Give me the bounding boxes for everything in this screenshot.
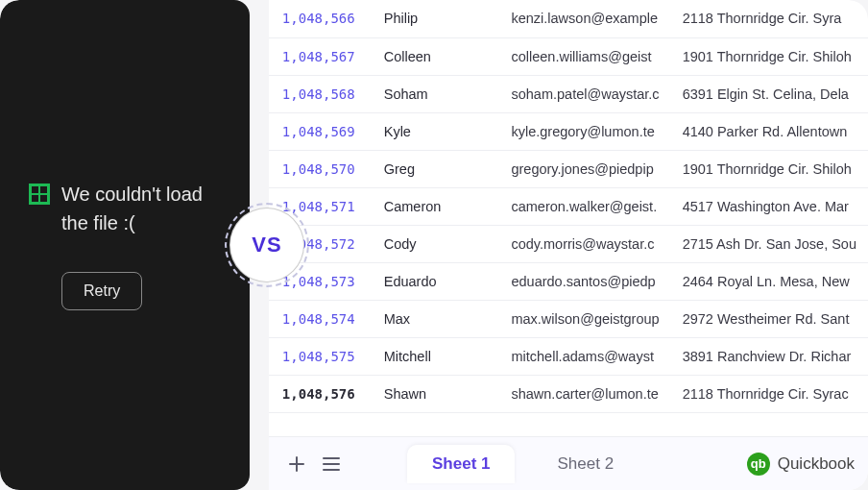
- table-row[interactable]: 1,048,572Codycody.morris@waystar.c2715 A…: [269, 225, 868, 262]
- cell-address: 1901 Thornridge Cir. Shiloh: [671, 37, 868, 75]
- add-sheet-button[interactable]: [282, 450, 311, 478]
- cell-email: shawn.carter@lumon.te: [499, 375, 670, 412]
- cell-email: eduardo.santos@piedp: [499, 262, 670, 300]
- cell-email: cameron.walker@geist.: [499, 187, 670, 225]
- table-row[interactable]: 1,048,566Philipkenzi.lawson@example2118 …: [269, 0, 868, 37]
- table-row[interactable]: 1,048,568Sohamsoham.patel@waystar.c6391 …: [269, 75, 868, 112]
- sheet-tabbar: Sheet 1 Sheet 2 qb Quickbook: [269, 436, 868, 490]
- cell-name: Colleen: [373, 37, 500, 75]
- cell-id: 1,048,567: [269, 37, 373, 75]
- vs-badge: VS: [232, 210, 301, 280]
- cell-email: max.wilson@geistgroup: [499, 300, 670, 337]
- error-message: We couldn't load the file :(: [61, 180, 221, 237]
- tab-sheet-1[interactable]: Sheet 1: [407, 445, 515, 483]
- cell-email: kyle.gregory@lumon.te: [499, 112, 670, 150]
- sheet-menu-button[interactable]: [317, 450, 346, 478]
- cell-id: 1,048,570: [269, 150, 373, 187]
- plus-icon: [288, 455, 305, 473]
- cell-name: Philip: [373, 0, 500, 37]
- cell-address: 2118 Thornridge Cir. Syrac: [671, 375, 868, 412]
- cell-address: 6391 Elgin St. Celina, Dela: [671, 75, 868, 112]
- cell-address: 2464 Royal Ln. Mesa, New: [671, 262, 868, 300]
- table-row[interactable]: 1,048,574Maxmax.wilson@geistgroup2972 We…: [269, 300, 868, 337]
- cell-name: Shawn: [373, 375, 500, 412]
- cell-name: Eduardo: [373, 262, 500, 300]
- spreadsheet-icon: [29, 184, 50, 205]
- cell-name: Max: [373, 300, 500, 337]
- cell-name: Mitchell: [373, 337, 500, 375]
- cell-name: Kyle: [373, 112, 500, 150]
- table-row[interactable]: 1,048,575Mitchellmitchell.adams@wayst389…: [269, 337, 868, 375]
- cell-address: 3891 Ranchview Dr. Richar: [671, 337, 868, 375]
- retry-button[interactable]: Retry: [61, 272, 142, 310]
- table-row[interactable]: 1,048,576Shawnshawn.carter@lumon.te2118 …: [269, 375, 868, 412]
- tab-sheet-2[interactable]: Sheet 2: [532, 445, 639, 483]
- vs-label: VS: [252, 233, 281, 257]
- cell-id: 1,048,566: [269, 0, 373, 37]
- table-row[interactable]: 1,048,570Greggregory.jones@piedpip1901 T…: [269, 150, 868, 187]
- table-row[interactable]: 1,048,567Colleencolleen.williams@geist19…: [269, 37, 868, 75]
- cell-name: Cody: [373, 225, 500, 262]
- table-row[interactable]: 1,048,571Cameroncameron.walker@geist.451…: [269, 187, 868, 225]
- cell-address: 4517 Washington Ave. Mar: [671, 187, 868, 225]
- error-panel: We couldn't load the file :( Retry: [0, 0, 250, 490]
- menu-icon: [323, 457, 340, 471]
- cell-name: Soham: [373, 75, 500, 112]
- quickbooks-icon: qb: [747, 453, 770, 476]
- cell-email: kenzi.lawson@example: [499, 0, 670, 37]
- cell-email: mitchell.adams@wayst: [499, 337, 670, 375]
- cell-address: 4140 Parker Rd. Allentown: [671, 112, 868, 150]
- table-row[interactable]: 1,048,573Eduardoeduardo.santos@piedp2464…: [269, 262, 868, 300]
- tab-quickbooks-label: Quickbook: [778, 454, 855, 474]
- cell-id: 1,048,568: [269, 75, 373, 112]
- data-table: 1,048,566Philipkenzi.lawson@example2118 …: [269, 0, 868, 413]
- cell-id: 1,048,576: [269, 375, 373, 412]
- cell-id: 1,048,575: [269, 337, 373, 375]
- spreadsheet-panel: 1,048,566Philipkenzi.lawson@example2118 …: [269, 0, 868, 490]
- cell-address: 2715 Ash Dr. San Jose, Sou: [671, 225, 868, 262]
- tab-quickbooks[interactable]: qb Quickbook: [747, 453, 855, 476]
- cell-address: 2118 Thornridge Cir. Syra: [671, 0, 868, 37]
- cell-email: colleen.williams@geist: [499, 37, 670, 75]
- cell-name: Cameron: [373, 187, 500, 225]
- cell-id: 1,048,569: [269, 112, 373, 150]
- cell-address: 1901 Thornridge Cir. Shiloh: [671, 150, 868, 187]
- cell-email: cody.morris@waystar.c: [499, 225, 670, 262]
- cell-name: Greg: [373, 150, 500, 187]
- cell-id: 1,048,574: [269, 300, 373, 337]
- cell-address: 2972 Westheimer Rd. Sant: [671, 300, 868, 337]
- cell-email: gregory.jones@piedpip: [499, 150, 670, 187]
- cell-email: soham.patel@waystar.c: [499, 75, 670, 112]
- table-row[interactable]: 1,048,569Kylekyle.gregory@lumon.te4140 P…: [269, 112, 868, 150]
